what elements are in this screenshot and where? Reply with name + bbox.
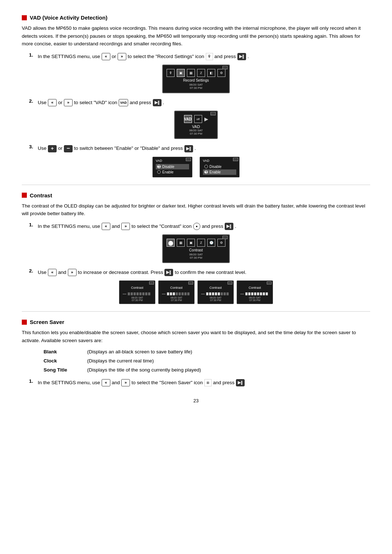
record-settings-screen-container: ccc 🎙 ▣ ▦ Z ◧ ⚙ Record Settings 06/20 SA…	[22, 65, 370, 93]
play-btn-contrast-2[interactable]: ▶‖	[164, 269, 173, 276]
enable-option-2: Enable	[203, 169, 236, 175]
vad-step-3: 3. Use + or − to switch between "Enable"…	[29, 144, 370, 153]
play-btn-contrast[interactable]: ▶‖	[225, 223, 233, 230]
blank-option: Blank (Displays an all-black screen to s…	[44, 349, 370, 354]
left-arrow-contrast-2[interactable]: «	[48, 269, 57, 276]
contrast-level-2: ccc Contrast — 06/20 SAT 07:30 PM	[158, 280, 195, 304]
mic-icon: 🎙	[167, 69, 175, 77]
right-arrow-btn-2[interactable]: »	[64, 99, 73, 106]
extra-icon-2: ⚙	[217, 239, 225, 247]
contrast-title: Contrast	[22, 192, 370, 198]
contrast-level-1: ccc Contrast — 06/20 SAT 07:30 PM	[119, 280, 155, 304]
contrast-step-1: 1. In the SETTINGS menu, use « and » to …	[29, 222, 370, 231]
play-btn-ss[interactable]: ▶‖	[236, 379, 245, 386]
squares-icon-2: ▣	[187, 239, 195, 247]
off-icon: off	[194, 115, 202, 123]
squares-icon: ▣	[177, 69, 185, 77]
vad-body: VAD allows the MP650 to make gapless voi…	[22, 24, 370, 48]
vad-step-1: 1. In the SETTINGS menu, use « or » to s…	[29, 52, 370, 61]
right-arrow-contrast-2[interactable]: »	[68, 269, 77, 276]
vad-step-2: 2. Use « or » to select "VAD" icon VAD a…	[29, 98, 370, 107]
contrast-level-screens: ccc Contrast — 06/20 SAT 07:30 PM ccc Co…	[22, 280, 370, 304]
right-arrow-contrast[interactable]: »	[121, 223, 130, 230]
right-arrow-ss[interactable]: »	[121, 379, 130, 386]
play-btn-2[interactable]: ▶‖	[153, 99, 162, 106]
grid-icon: ▦	[187, 69, 195, 77]
contrast-step-2: 2. Use « and » to increase or decrease c…	[29, 268, 370, 277]
contrast-level-4: ccc Contrast — 06/20 SAT 07:30 PM	[237, 280, 273, 304]
song-title-option: Song Title (Displays the title of the so…	[44, 367, 370, 373]
right-arrow-btn[interactable]: »	[118, 53, 126, 60]
red-square-icon-2	[22, 193, 27, 198]
vad-screen: ccc VAD off ▶ VAD 06/20 SAT 07:30 PM	[174, 111, 218, 139]
disable-option: Disable	[156, 164, 189, 169]
screen-saver-title: Screen Saver	[22, 319, 370, 325]
screen-date: 06/20 SAT	[167, 83, 225, 86]
vad-date: 06/20 SAT	[179, 129, 213, 132]
screen-saver-section: Screen Saver This function lets you enab…	[22, 319, 370, 387]
extra-icon: ⚙	[217, 69, 225, 77]
contrast-icon: ●	[193, 223, 200, 230]
left-arrow-btn[interactable]: «	[102, 53, 110, 60]
page-number: 23	[22, 398, 370, 403]
left-arrow-contrast[interactable]: «	[102, 223, 110, 230]
red-square-icon	[22, 15, 27, 20]
record-settings-icon: 🎙	[206, 53, 213, 60]
contrast-screen-time: 07:30 PM	[167, 256, 225, 259]
vad-screen-label: VAD	[179, 124, 213, 129]
vad-time: 07:30 PM	[179, 132, 213, 135]
screen-title: Record Settings	[167, 78, 225, 82]
contrast-main-screen-container: ccc ⬤ ▦ ▣ Z 🕐 ⚙ Contrast 06/20 SAT 07:30…	[22, 234, 370, 263]
clock-option: Clock (Displays the current real time)	[44, 358, 370, 364]
z-icon-2: Z	[197, 239, 205, 247]
contrast-screen-date: 06/20 SAT	[167, 253, 225, 256]
contrast-main-screen: ccc ⬤ ▦ ▣ Z 🕐 ⚙ Contrast 06/20 SAT 07:30…	[162, 234, 230, 263]
contrast-level-3: ccc Contrast — 06/20 SAT 07:30 PM	[197, 280, 234, 304]
left-arrow-ss[interactable]: «	[102, 379, 110, 386]
vad-selected-icon: VAD	[184, 115, 192, 123]
screen-saver-body: This function lets you enable/disable th…	[22, 329, 370, 344]
z-icon: Z	[197, 69, 205, 77]
play-btn-3[interactable]: ▶‖	[184, 145, 193, 152]
contrast-section: Contrast The contrast of the OLED displa…	[22, 192, 370, 304]
clock-icon-2: 🕐	[207, 239, 215, 247]
vad-enable-disable-container: ccc VAD Disable Enable ccc VAD Disable	[22, 157, 370, 177]
screen-time: 07:30 PM	[167, 86, 225, 90]
screen-saver-icon: ⊞	[204, 379, 212, 386]
screen-saver-options: Blank (Displays an all-black screen to s…	[44, 349, 370, 373]
contrast-circle-icon: ⬤	[167, 239, 175, 247]
enable-option: Enable	[156, 169, 189, 175]
vad-icon: VAD	[119, 99, 128, 106]
vad-title: VAD (Voice Activity Detection)	[22, 15, 370, 21]
record-settings-screen: ccc 🎙 ▣ ▦ Z ◧ ⚙ Record Settings 06/20 SA…	[162, 65, 230, 93]
contrast-screen-title: Contrast	[167, 248, 225, 252]
disable-option-2: Disable	[203, 164, 236, 169]
screen-saver-step-1: 1. In the SETTINGS menu, use « and » to …	[29, 378, 370, 387]
play-btn[interactable]: ▶‖	[237, 53, 246, 60]
red-square-icon-3	[22, 320, 27, 325]
vad-section: VAD (Voice Activity Detection) VAD allow…	[22, 15, 370, 177]
vad-disable-screen: ccc VAD Disable Enable	[152, 157, 192, 177]
left-arrow-btn-2[interactable]: «	[48, 99, 57, 106]
contrast-body: The contrast of the OLED display can be …	[22, 202, 370, 218]
vad-enable-screen: ccc VAD Disable Enable	[200, 157, 240, 177]
grid-icon-2: ▦	[177, 239, 185, 247]
minus-btn[interactable]: −	[64, 145, 73, 152]
more-icon: ◧	[207, 69, 215, 77]
plus-btn[interactable]: +	[48, 145, 57, 152]
vad-screen-container: ccc VAD off ▶ VAD 06/20 SAT 07:30 PM	[22, 111, 370, 139]
